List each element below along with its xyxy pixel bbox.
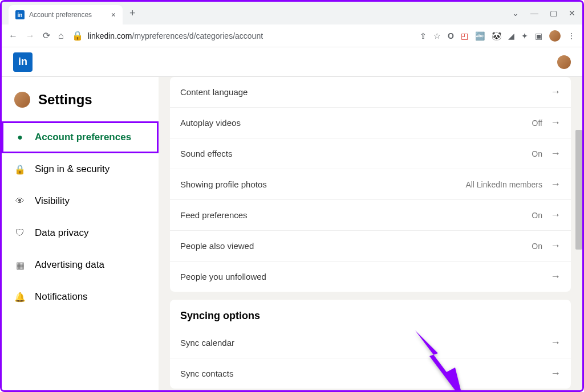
browser-tab[interactable]: in Account preferences × (9, 5, 123, 24)
linkedin-header: in (2, 47, 582, 77)
setting-row-sound-effects[interactable]: Sound effectsOn→ (170, 138, 571, 169)
sidebar-item-visibility[interactable]: 👁Visibility (2, 185, 159, 217)
row-label: Showing profile photos (180, 179, 267, 189)
settings-card: Content language→Autoplay videosOff→Soun… (170, 77, 571, 292)
sidebar-item-advertising-data[interactable]: ▦Advertising data (2, 249, 159, 281)
sidebar-item-account-preferences[interactable]: ●Account preferences (2, 121, 159, 153)
extension-pocket-icon[interactable]: ◰ (461, 31, 468, 40)
settings-header: Settings (2, 88, 159, 121)
scrollbar[interactable] (575, 130, 582, 250)
browser-tab-bar: in Account preferences × + ⌄ — ▢ ✕ (2, 2, 582, 24)
row-label: Content language (180, 87, 248, 97)
address-bar[interactable]: 🔒 linkedin.com/mypreferences/d/categorie… (72, 30, 412, 41)
new-tab-button[interactable]: + (129, 7, 136, 19)
profile-avatar-icon[interactable] (549, 30, 561, 42)
reload-icon[interactable]: ⟳ (43, 30, 50, 41)
setting-row-feed-preferences[interactable]: Feed preferencesOn→ (170, 200, 571, 231)
chevron-right-icon: → (550, 337, 561, 349)
url-text: linkedin.com/mypreferences/d/categories/… (88, 31, 263, 40)
browser-toolbar: ← → ⟳ ⌂ 🔒 linkedin.com/mypreferences/d/c… (2, 24, 582, 47)
row-label: Sync contacts (180, 369, 233, 378)
chevron-right-icon: → (550, 240, 561, 252)
annotation-arrow-icon (409, 328, 478, 392)
setting-row-showing-profile-photos[interactable]: Showing profile photosAll LinkedIn membe… (170, 169, 571, 200)
row-value: All LinkedIn members (465, 180, 542, 189)
side-panel-icon[interactable]: ▣ (535, 31, 542, 40)
row-label: Autoplay videos (180, 118, 241, 128)
maximize-icon[interactable]: ▢ (550, 9, 557, 18)
close-window-icon[interactable]: ✕ (569, 9, 575, 18)
forward-icon[interactable]: → (26, 31, 35, 41)
chevron-right-icon: → (550, 368, 561, 379)
chevron-right-icon: → (550, 178, 561, 190)
settings-sidebar: Settings ●Account preferences🔒Sign in & … (2, 77, 159, 392)
sidebar-label: Advertising data (35, 259, 104, 271)
back-icon[interactable]: ← (9, 31, 18, 41)
sidebar-item-sign-in-security[interactable]: 🔒Sign in & security (2, 153, 159, 185)
sidebar-icon: 🛡 (14, 228, 26, 238)
settings-content: Content language→Autoplay videosOff→Soun… (159, 77, 582, 392)
sidebar-icon: 👁 (14, 196, 26, 206)
extension-icons: ⇪ ☆ O ◰ 🔤 🐼 ◢ ✦ ▣ ⋮ (420, 30, 575, 42)
chevron-right-icon: → (550, 271, 561, 283)
chevron-down-icon[interactable]: ⌄ (512, 9, 519, 18)
row-value: On (532, 242, 542, 251)
sidebar-label: Data privacy (35, 227, 88, 239)
sidebar-icon: 🔔 (14, 292, 26, 303)
sidebar-icon: ▦ (14, 260, 26, 271)
page-content: in Settings ●Account preferences🔒Sign in… (2, 47, 582, 392)
row-value: Off (532, 119, 542, 128)
setting-row-sync-contacts[interactable]: Sync contacts→ (170, 358, 571, 389)
chevron-right-icon: → (550, 148, 561, 160)
setting-row-people-also-viewed[interactable]: People also viewedOn→ (170, 231, 571, 262)
sidebar-icon: ● (14, 132, 26, 142)
sidebar-label: Account preferences (35, 132, 131, 143)
settings-title: Settings (38, 92, 92, 108)
sidebar-icon: 🔒 (14, 164, 26, 175)
extension-telegram-icon[interactable]: ◢ (508, 31, 514, 40)
sidebar-label: Sign in & security (35, 164, 110, 175)
share-icon[interactable]: ⇪ (420, 31, 427, 40)
chevron-right-icon: → (550, 86, 561, 98)
minimize-icon[interactable]: — (530, 9, 538, 18)
user-avatar[interactable] (557, 55, 571, 69)
setting-row-sync-calendar[interactable]: Sync calendar→ (170, 328, 571, 358)
row-value: On (532, 211, 542, 220)
settings-card: Syncing optionsSync calendar→Sync contac… (170, 300, 571, 389)
setting-row-people-you-unfollowed[interactable]: People you unfollowed→ (170, 262, 571, 292)
home-icon[interactable]: ⌂ (58, 31, 64, 41)
setting-row-content-language[interactable]: Content language→ (170, 77, 571, 108)
sidebar-label: Visibility (35, 195, 70, 207)
row-label: Sound effects (180, 149, 232, 158)
row-label: People also viewed (180, 241, 254, 251)
row-label: Sync calendar (180, 338, 234, 348)
chevron-right-icon: → (550, 117, 561, 129)
extension-opera-icon[interactable]: O (448, 31, 454, 40)
window-controls: ⌄ — ▢ ✕ (512, 2, 575, 24)
row-label: People you unfollowed (180, 272, 266, 281)
row-label: Feed preferences (180, 210, 248, 220)
chevron-right-icon: → (550, 209, 561, 221)
section-title: Syncing options (170, 300, 571, 328)
close-tab-icon[interactable]: × (111, 10, 116, 19)
sidebar-label: Notifications (35, 291, 88, 303)
extensions-puzzle-icon[interactable]: ✦ (521, 31, 528, 40)
tab-title: Account preferences (29, 11, 107, 19)
lock-icon: 🔒 (72, 30, 83, 41)
sidebar-item-data-privacy[interactable]: 🛡Data privacy (2, 217, 159, 249)
extension-translate-icon[interactable]: 🔤 (475, 31, 485, 40)
tab-favicon: in (15, 10, 25, 19)
settings-avatar (14, 92, 30, 108)
extension-panda-icon[interactable]: 🐼 (492, 31, 501, 40)
setting-row-autoplay-videos[interactable]: Autoplay videosOff→ (170, 108, 571, 138)
star-icon[interactable]: ☆ (433, 31, 441, 40)
sidebar-item-notifications[interactable]: 🔔Notifications (2, 281, 159, 313)
kebab-menu-icon[interactable]: ⋮ (567, 31, 575, 40)
row-value: On (532, 149, 542, 158)
linkedin-logo[interactable]: in (13, 52, 33, 72)
main-layout: Settings ●Account preferences🔒Sign in & … (2, 77, 582, 392)
